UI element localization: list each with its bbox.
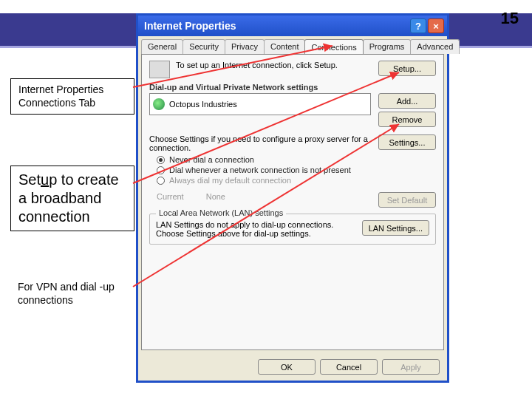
connections-listbox[interactable]: Octopus Industries: [149, 93, 371, 115]
radio-never-dial[interactable]: Never dial a connection: [157, 155, 436, 164]
connection-wizard-icon: [149, 61, 170, 78]
lan-group: Local Area Network (LAN) settings LAN Se…: [149, 214, 436, 245]
tab-advanced[interactable]: Advanced: [410, 39, 460, 54]
callout-connections-tab: Internet Properties Connections Tab: [10, 78, 134, 115]
callout-vpn-dialup: For VPN and dial -up connections: [10, 276, 134, 311]
dialog-footer: OK Cancel Apply: [138, 353, 447, 381]
add-button[interactable]: Add...: [378, 93, 436, 109]
close-button[interactable]: ×: [428, 18, 444, 33]
cancel-button[interactable]: Cancel: [320, 359, 378, 375]
radio-icon: [157, 156, 165, 164]
text: Set: [18, 171, 41, 188]
tab-general[interactable]: General: [141, 39, 183, 54]
internet-properties-dialog: Internet Properties ? × General Security…: [136, 13, 449, 383]
radio-dial-when-no-net[interactable]: Dial whenever a network connection is no…: [157, 166, 436, 174]
settings-button[interactable]: Settings...: [378, 134, 436, 150]
lan-text: LAN Settings do not apply to dial-up con…: [156, 220, 356, 238]
radio-label: Dial whenever a network connection is no…: [169, 166, 351, 174]
help-button[interactable]: ?: [410, 18, 426, 33]
dial-radio-group: Never dial a connection Dial whenever a …: [157, 155, 436, 185]
set-default-button[interactable]: Set Default: [378, 192, 436, 208]
tab-security[interactable]: Security: [183, 39, 225, 54]
list-item[interactable]: Octopus Industries: [169, 100, 237, 109]
lan-legend: Local Area Network (LAN) settings: [156, 208, 286, 217]
remove-button[interactable]: Remove: [378, 112, 436, 127]
tab-content[interactable]: Content: [264, 39, 306, 54]
tab-connections[interactable]: Connections: [304, 39, 363, 54]
page-number: 15: [501, 9, 519, 28]
globe-icon: [153, 98, 165, 110]
tab-strip: General Security Privacy Content Connect…: [138, 36, 447, 54]
tab-programs[interactable]: Programs: [363, 39, 412, 54]
lan-settings-button[interactable]: LAN Settings...: [362, 220, 429, 236]
radio-icon: [157, 177, 165, 185]
apply-button[interactable]: Apply: [382, 359, 440, 375]
ok-button[interactable]: OK: [258, 359, 316, 375]
radio-always-dial[interactable]: Always dial my default connection: [157, 176, 436, 185]
tab-privacy[interactable]: Privacy: [225, 39, 265, 54]
window-title: Internet Properties: [144, 20, 409, 32]
titlebar[interactable]: Internet Properties ? ×: [138, 16, 447, 36]
setup-text: To set up an Internet connection, click …: [176, 61, 366, 69]
current-label: Current: [157, 192, 184, 208]
group-dialup-label: Dial-up and Virtual Private Network sett…: [149, 83, 436, 92]
radio-label: Never dial a connection: [169, 155, 254, 164]
proxy-text: Choose Settings if you need to configure…: [149, 134, 372, 152]
setup-button[interactable]: Setup...: [378, 61, 436, 76]
connections-panel: To set up an Internet connection, click …: [141, 54, 444, 350]
current-value: None: [206, 192, 225, 208]
text-underline: u: [41, 171, 49, 188]
callout-setup-broadband: Setup to create a broadband connection: [10, 166, 134, 231]
radio-icon: [157, 166, 165, 174]
radio-label: Always dial my default connection: [169, 176, 291, 185]
